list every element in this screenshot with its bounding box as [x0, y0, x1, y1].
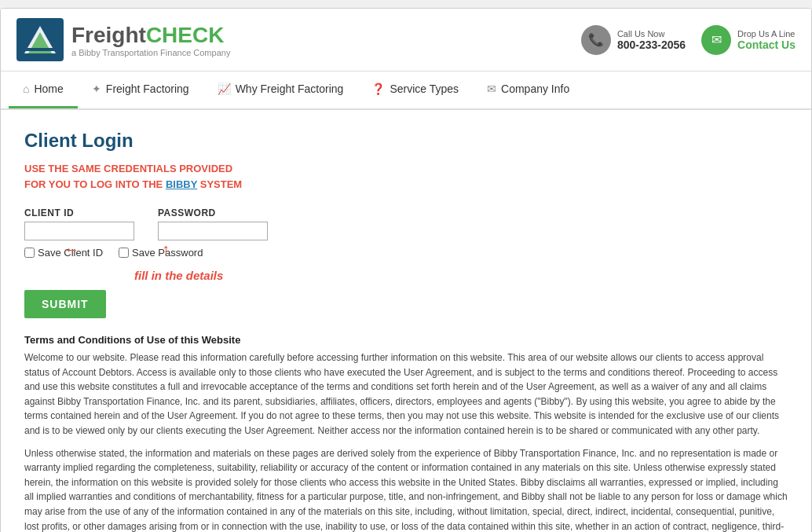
terms-paragraph-1: Welcome to our website. Please read this… — [24, 350, 788, 438]
call-us-contact: 📞 Call Us Now 800-233-2056 — [581, 25, 686, 55]
service-types-icon: ❓ — [371, 83, 385, 95]
nav-label-home: Home — [34, 83, 63, 95]
save-password-label[interactable]: Save Password — [119, 247, 203, 259]
password-label: PASSWORD — [158, 207, 268, 218]
terms-section: Terms and Conditions of Use of this Webs… — [24, 334, 788, 532]
save-client-id-text: Save Client ID — [38, 247, 103, 259]
home-icon: ⌂ — [23, 83, 29, 95]
checkbox-row: Save Client ID Save Password — [24, 247, 788, 259]
fill-annotation: fill in the details — [134, 269, 223, 282]
login-form-section: CLIENT ID PASSWORD Save Client ID — [24, 207, 788, 318]
header: FreightCHECK a Bibby Transportation Fina… — [1, 9, 811, 72]
nav-label-company-info: Company Info — [501, 83, 569, 95]
nav-item-why-freight-factoring[interactable]: 📈 Why Freight Factoring — [203, 72, 358, 108]
terms-paragraph-2: Unless otherwise stated, the information… — [24, 446, 788, 532]
nav-label-freight-factoring: Freight Factoring — [106, 83, 189, 95]
notice-bibby: BIBBY — [166, 178, 197, 190]
svg-rect-3 — [23, 48, 57, 51]
nav-item-company-info[interactable]: ✉ Company Info — [473, 72, 583, 108]
form-inputs-row: CLIENT ID PASSWORD — [24, 207, 788, 240]
nav-item-freight-factoring[interactable]: ✦ Freight Factoring — [78, 72, 203, 108]
logo-icon — [16, 18, 64, 61]
call-number: 800-233-2056 — [617, 39, 686, 51]
logo-text-area: FreightCHECK a Bibby Transportation Fina… — [71, 23, 230, 57]
contact-icon-circle: ✉ — [701, 25, 731, 55]
submit-button[interactable]: SUBMIT — [24, 290, 106, 318]
page-wrapper: FreightCHECK a Bibby Transportation Fina… — [0, 8, 812, 532]
password-input[interactable] — [158, 222, 268, 240]
save-client-id-label[interactable]: Save Client ID — [24, 247, 103, 259]
company-info-icon: ✉ — [487, 83, 496, 95]
password-field: PASSWORD — [158, 207, 268, 240]
credentials-notice: USE THE SAME CREDENTIALS PROVIDED FOR YO… — [24, 161, 788, 192]
terms-title: Terms and Conditions of Use of this Webs… — [24, 334, 788, 346]
logo-main: FreightCHECK — [71, 23, 230, 48]
notice-line1: USE THE SAME CREDENTIALS PROVIDED — [24, 163, 232, 174]
phone-icon-circle: 📞 — [581, 25, 611, 55]
notice-system: SYSTEM — [200, 178, 242, 190]
save-client-id-checkbox[interactable] — [24, 248, 35, 258]
save-password-checkbox[interactable] — [119, 248, 129, 258]
contact-us-section[interactable]: ✉ Drop Us A Line Contact Us — [701, 25, 796, 55]
notice-line2: FOR YOU TO LOG INTO THE — [24, 178, 163, 190]
client-id-label: CLIENT ID — [24, 207, 134, 218]
logo-subtitle: a Bibby Transportation Finance Company — [71, 48, 230, 57]
page-title: Client Login — [24, 130, 788, 152]
nav-label-why-freight: Why Freight Factoring — [236, 83, 344, 95]
logo-area: FreightCHECK a Bibby Transportation Fina… — [16, 18, 230, 61]
freight-factoring-icon: ✦ — [92, 83, 101, 95]
drop-line-label: Drop Us A Line — [737, 29, 796, 39]
nav-item-service-types[interactable]: ❓ Service Types — [357, 72, 473, 108]
save-password-text: Save Password — [132, 247, 203, 259]
call-info: Call Us Now 800-233-2056 — [617, 29, 686, 51]
contact-info: Drop Us A Line Contact Us — [737, 29, 796, 51]
client-id-field: CLIENT ID — [24, 207, 134, 240]
main-content: Client Login USE THE SAME CREDENTIALS PR… — [1, 110, 811, 532]
nav-label-service-types: Service Types — [390, 83, 459, 95]
why-freight-icon: 📈 — [218, 83, 231, 95]
client-id-input[interactable] — [24, 222, 134, 240]
main-nav: ⌂ Home ✦ Freight Factoring 📈 Why Freight… — [1, 72, 811, 110]
nav-item-home[interactable]: ⌂ Home — [9, 72, 78, 108]
logo-check-text: CHECK — [146, 23, 225, 47]
header-right: 📞 Call Us Now 800-233-2056 ✉ Drop Us A L… — [581, 25, 796, 55]
call-label: Call Us Now — [617, 29, 686, 39]
contact-us-link[interactable]: Contact Us — [737, 39, 796, 51]
logo-freight-text: Freight — [71, 23, 146, 47]
